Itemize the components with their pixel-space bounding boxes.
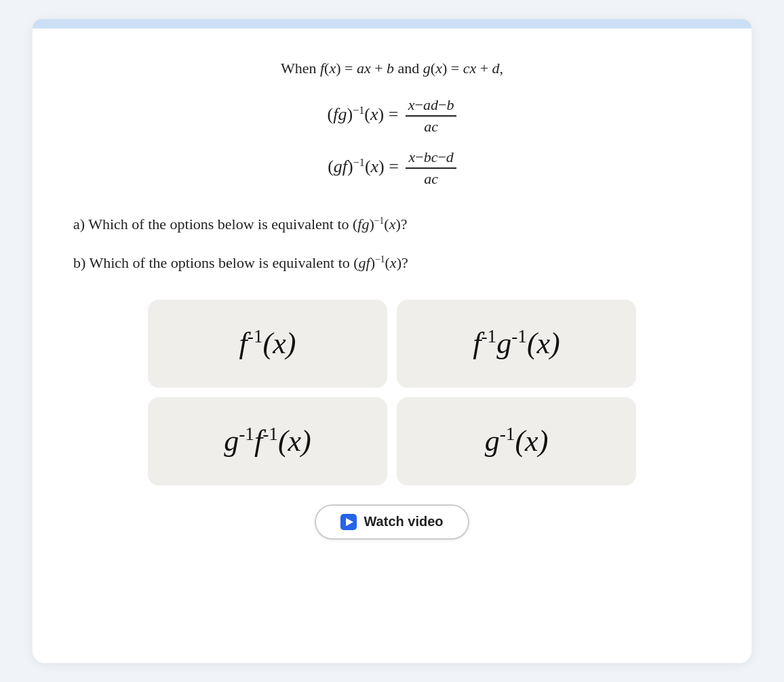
watch-video-label: Watch video	[364, 514, 443, 529]
answer-tile-3[interactable]: g-1f-1(x)	[148, 397, 387, 485]
question-b: b) Which of the options below is equival…	[73, 252, 711, 274]
answer-label-2: f-1g-1(x)	[473, 326, 560, 361]
denominator-gf: ac	[421, 169, 441, 188]
watch-video-button[interactable]: Watch video	[315, 504, 469, 540]
answer-label-3: g-1f-1(x)	[224, 424, 311, 458]
numerator-fg: x−ad−b	[406, 96, 457, 117]
denominator-fg: ac	[421, 117, 441, 136]
numerator-gf: x−bc−d	[406, 148, 456, 169]
answer-tile-4[interactable]: g-1(x)	[397, 397, 636, 485]
video-icon	[340, 514, 357, 530]
intro-line: When f(x) = ax + b and g(x) = cx + d,	[281, 60, 503, 77]
answer-tile-2[interactable]: f-1g-1(x)	[397, 300, 636, 388]
answer-label-4: g-1(x)	[485, 424, 549, 458]
main-card: When f(x) = ax + b and g(x) = cx + d, (f…	[33, 19, 751, 663]
content-area: When f(x) = ax + b and g(x) = cx + d, (f…	[73, 60, 711, 636]
fraction-fg: x−ad−b ac	[406, 96, 457, 136]
answer-tile-1[interactable]: f-1(x)	[148, 300, 387, 388]
formula-fg-inverse: (fg)−1(x) = x−ad−b ac	[328, 96, 457, 136]
formula-gf-inverse: (gf)−1(x) = x−bc−d ac	[328, 148, 456, 188]
fraction-gf: x−bc−d ac	[406, 148, 456, 188]
question-a: a) Which of the options below is equival…	[73, 213, 711, 235]
answers-grid: f-1(x) f-1g-1(x) g-1f-1(x) g-1(x)	[148, 300, 636, 485]
watch-video-area: Watch video	[315, 504, 469, 546]
top-strip	[33, 19, 751, 28]
answer-label-1: f-1(x)	[239, 326, 296, 361]
